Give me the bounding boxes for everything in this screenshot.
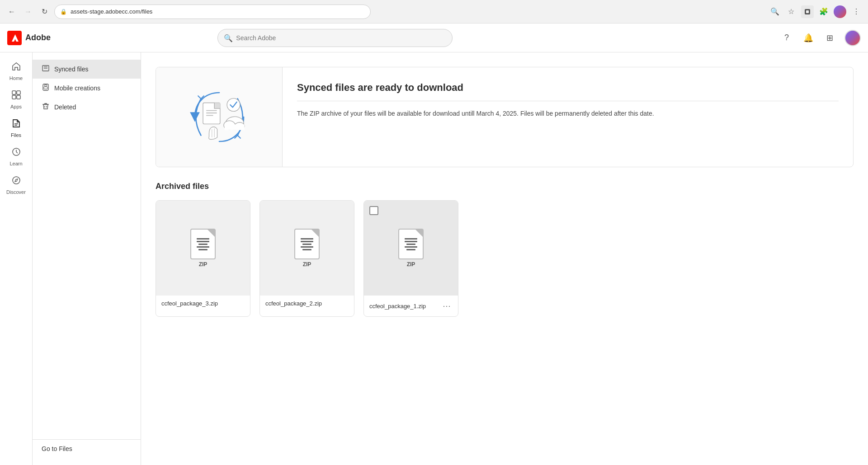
adobe-logo-text: Adobe <box>25 33 51 42</box>
file-thumbnail-1: ZIP <box>156 201 250 296</box>
adobe-logo[interactable]: Adobe <box>7 31 51 45</box>
browser-chrome: ← → ↻ 🔒 assets-stage.adobecc.com/files 🔍… <box>0 0 868 23</box>
sidebar-item-learn[interactable]: Learn <box>3 143 30 170</box>
file-more-button-3[interactable]: ⋯ <box>441 300 453 312</box>
address-lock-icon: 🔒 <box>60 9 67 15</box>
svg-rect-15 <box>44 87 47 89</box>
browser-right-controls: 🔍 ☆ 🧩 ⋮ <box>769 5 863 18</box>
file-info-2: ccfeol_package_2.zip <box>260 296 354 311</box>
header-search-input[interactable] <box>217 29 453 47</box>
file-name-1: ccfeol_package_3.zip <box>161 300 218 307</box>
header-search-area: 🔍 <box>217 29 453 47</box>
sidebar-item-files[interactable]: Files <box>3 115 30 141</box>
svg-rect-2 <box>12 91 16 94</box>
main-content: Synced files are ready to download The Z… <box>141 52 868 465</box>
svg-point-29 <box>227 99 240 112</box>
apps-icon <box>11 90 21 102</box>
archived-files-title: Archived files <box>156 182 854 191</box>
header-search-icon: 🔍 <box>224 33 233 42</box>
file-thumbnail-3: ZIP <box>364 201 458 296</box>
files-sidebar-deleted[interactable]: Deleted <box>33 98 141 117</box>
sidebar-item-apps[interactable]: Apps <box>3 86 30 113</box>
synced-icon <box>42 64 50 74</box>
banner-description: The ZIP archive of your files will be av… <box>297 108 839 118</box>
svg-rect-3 <box>17 91 20 94</box>
home-icon <box>11 61 21 74</box>
app-container: Adobe 🔍 ? 🔔 ⊞ Home <box>0 23 868 465</box>
file-checkbox-3[interactable] <box>369 206 378 215</box>
help-button[interactable]: ? <box>779 31 794 45</box>
app-body: Home Apps <box>0 52 868 465</box>
svg-point-9 <box>13 177 20 184</box>
zip-label-2: ZIP <box>303 261 311 268</box>
adobe-logo-icon <box>7 31 22 45</box>
file-info-1: ccfeol_package_3.zip <box>156 296 250 311</box>
svg-rect-14 <box>44 85 47 86</box>
browser-forward-button[interactable]: → <box>22 5 34 18</box>
file-name-3: ccfeol_package_1.zip <box>369 303 426 310</box>
files-grid: ZIP ccfeol_package_3.zip <box>156 200 854 317</box>
banner-title: Synced files are ready to download <box>297 82 839 94</box>
discover-icon <box>11 175 21 188</box>
files-sidebar-synced[interactable]: Synced files <box>33 60 141 79</box>
user-avatar[interactable] <box>844 30 861 46</box>
browser-extension-icon <box>801 5 814 18</box>
sidebar-item-discover[interactable]: Discover <box>3 172 30 198</box>
svg-rect-1 <box>806 10 809 13</box>
zip-label-3: ZIP <box>407 261 415 268</box>
sidebar-item-apps-label: Apps <box>10 104 22 109</box>
mobile-icon <box>42 83 50 93</box>
sidebar-item-discover-label: Discover <box>6 189 26 195</box>
svg-rect-4 <box>12 95 16 99</box>
apps-grid-button[interactable]: ⊞ <box>823 31 837 45</box>
banner-card: Synced files are ready to download The Z… <box>156 67 854 167</box>
svg-rect-26 <box>224 124 244 130</box>
goto-files-label: Go to Files <box>42 445 72 452</box>
svg-rect-5 <box>17 95 20 99</box>
browser-menu-icon[interactable]: ⋮ <box>850 5 863 18</box>
header-right-controls: ? 🔔 ⊞ <box>779 30 861 46</box>
zip-icon-2: ZIP <box>294 229 320 268</box>
browser-extensions-icon[interactable]: 🧩 <box>817 5 830 18</box>
file-thumbnail-2: ZIP <box>260 201 354 296</box>
zip-label-1: ZIP <box>199 261 208 268</box>
mobile-creations-label: Mobile creations <box>54 85 100 92</box>
files-sidebar: Synced files Mobile creations <box>33 52 141 465</box>
browser-bookmark-icon[interactable]: ☆ <box>785 5 797 18</box>
banner-text: Synced files are ready to download The Z… <box>283 67 853 167</box>
browser-address-bar[interactable]: 🔒 assets-stage.adobecc.com/files <box>54 5 371 19</box>
sidebar-nav: Home Apps <box>0 52 33 465</box>
deleted-label: Deleted <box>54 103 76 111</box>
file-card-2[interactable]: ZIP ccfeol_package_2.zip <box>259 200 354 317</box>
sidebar-item-learn-label: Learn <box>9 161 22 166</box>
zip-icon-1: ZIP <box>190 229 216 268</box>
goto-files-button[interactable]: Go to Files <box>33 439 141 458</box>
browser-user-avatar[interactable] <box>834 5 846 18</box>
sidebar-item-home-label: Home <box>9 75 23 81</box>
browser-url: assets-stage.adobecc.com/files <box>71 8 365 15</box>
banner-illustration <box>156 67 283 167</box>
file-card-1[interactable]: ZIP ccfeol_package_3.zip <box>156 200 250 317</box>
file-name-2: ccfeol_package_2.zip <box>265 300 322 307</box>
browser-search-icon[interactable]: 🔍 <box>769 5 781 18</box>
learn-icon <box>11 147 21 159</box>
banner-divider <box>297 101 839 101</box>
zip-icon-3: ZIP <box>398 229 424 268</box>
files-icon <box>11 118 21 131</box>
browser-reload-button[interactable]: ↻ <box>38 5 51 18</box>
file-info-3: ccfeol_package_1.zip ⋯ <box>364 296 458 316</box>
browser-back-button[interactable]: ← <box>5 5 18 18</box>
deleted-icon <box>42 102 50 112</box>
sidebar-item-home[interactable]: Home <box>3 58 30 85</box>
app-header: Adobe 🔍 ? 🔔 ⊞ <box>0 23 868 52</box>
notifications-button[interactable]: 🔔 <box>801 31 816 45</box>
files-sidebar-mobile[interactable]: Mobile creations <box>33 79 141 98</box>
file-card-3[interactable]: ZIP ccfeol_package_1.zip ⋯ <box>363 200 458 317</box>
sidebar-item-files-label: Files <box>11 132 21 138</box>
synced-files-label: Synced files <box>54 66 88 73</box>
